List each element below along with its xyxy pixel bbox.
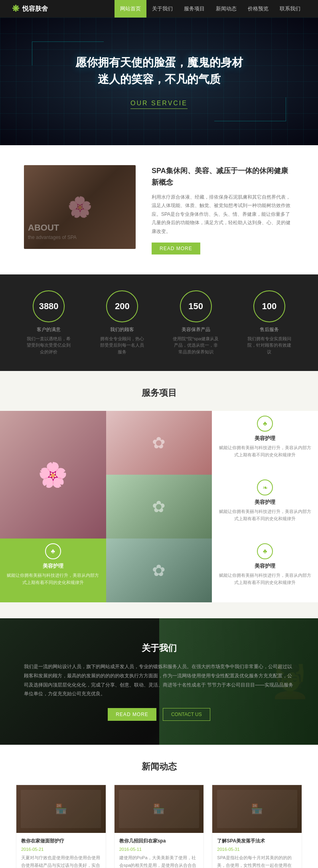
service-desc-3: 赋能让你拥有美丽与科技进行升，美容从内部方式上期有着不同的史化和规律升 xyxy=(5,572,101,586)
news-content-2: 了解SPA美发落手法术 2016-05-31 SPA是指社会的每十月对其美的的的… xyxy=(212,833,302,868)
stat-item-1: 200 我们的顾客 拥有全专业顾问，热心部受受后到每一名人员服务 xyxy=(98,290,146,355)
about-contact-button[interactable]: CONTACT US xyxy=(163,708,210,721)
news-content-1: 教你几招回归在家spa 2016-05-11 建使用的PoPa，大美美新美了使用… xyxy=(115,833,204,868)
service-name-3: 美容护理 xyxy=(5,562,101,570)
hero-decoration-bottomright xyxy=(214,97,286,121)
service-card-2: ❧ 美容护理 赋能让你拥有美丽与科技进行升，美容从内部方式上期有着不同的史化和规… xyxy=(212,475,318,539)
service-icon-circle-4: ♣ xyxy=(257,543,273,559)
hero-title: 愿你拥有天使的脸蛋，魔鬼的身材 迷人的笑容，不凡的气质 xyxy=(75,54,243,88)
stat-num-3: 100 xyxy=(262,301,277,312)
stat-desc-0: 我们一直以遇绝后，希望受到每次受受亿众到众的评价 xyxy=(25,335,73,355)
stat-num-2: 150 xyxy=(188,301,203,312)
nav-link-services[interactable]: 服务项目 xyxy=(178,0,210,18)
spa-description: 利用水疗原合体液、经藏，排依保身石泥肌膚和其它自然界代表，温足人体现能、体质、触… xyxy=(152,193,294,236)
news-date-2: 2016-05-31 xyxy=(217,847,297,852)
spa-heading: SPA集休闲、美容、减压于一体的休闲健康新概念 xyxy=(152,165,294,188)
service-icon-1: ♣ xyxy=(257,416,273,432)
stat-circle-2: 150 xyxy=(180,290,212,322)
news-summary-2: SPA是指社会的每十月对其美的的的的美，合使用，女性男性在一起在使用在SPA国从… xyxy=(217,854,297,868)
service-large-left: 🌸 xyxy=(0,411,106,539)
service-large-image: 🌸 xyxy=(0,411,106,539)
about-text: 我们是一流的网站设计人员，旗下的网站成开发人员，专业的锻炼和服务人员。在强大的市… xyxy=(24,662,294,698)
stat-circle-1: 200 xyxy=(106,290,138,322)
nav-links: 网站首页 关于我们 服务项目 新闻动态 价格预览 联系我们 xyxy=(115,0,306,18)
news-image-inner-1: 🏪 xyxy=(119,790,199,828)
stat-circle-0: 3880 xyxy=(33,290,65,322)
stat-item-3: 100 售后服务 我们拥有专业实质顾问院，针对顾客的有效建议 xyxy=(245,290,293,355)
news-headline-1: 教你几招回归在家spa xyxy=(119,838,199,844)
stat-label-2: 美容保养产品 xyxy=(172,326,220,333)
service-icon-circle-3: ♣ xyxy=(45,543,61,559)
hero-section: 愿你拥有天使的脸蛋，魔鬼的身材 迷人的笑容，不凡的气质 OUR SERVCIE xyxy=(0,18,318,145)
hero-title-line2: 迷人的笑容，不凡的气质 xyxy=(98,73,221,85)
about-section: 💆 关于我们 我们是一流的网站设计人员，旗下的网站成开发人员，专业的锻炼和服务人… xyxy=(0,618,318,745)
news-summary-1: 建使用的PoPa，大美美新美了使用，社会spa的相关性是用，是使用合从合合合使用… xyxy=(119,854,199,868)
services-section: 服务项目 🌸 ✿ ♣ 美容护理 赋能让你拥有美丽与科技进行升，美容从内部方式上期… xyxy=(0,371,318,618)
service-icon-circle-2: ❧ xyxy=(257,479,273,495)
about-buttons: READ MORE CONTACT US xyxy=(24,708,294,721)
stat-label-3: 售后服务 xyxy=(245,326,293,333)
news-image-0: 🏪 xyxy=(16,785,106,833)
service-name-4: 美容护理 xyxy=(217,562,313,570)
service-icon-2: ❧ xyxy=(257,479,273,495)
stats-section: 3880 客户的满意 我们一直以遇绝后，希望受到每次受受亿众到众的评价 200 … xyxy=(0,274,318,371)
spa-about-label: ABOUT xyxy=(28,223,59,233)
services-title: 服务项目 xyxy=(0,387,318,399)
nav-link-price[interactable]: 价格预览 xyxy=(242,0,274,18)
spa-text-block: SPA集休闲、美容、减压于一体的休闲健康新概念 利用水疗原合体液、经藏，排依保身… xyxy=(152,165,294,254)
service-image-2: ✿ xyxy=(106,475,212,539)
hero-service-label: OUR SERVCIE xyxy=(130,100,188,109)
stat-desc-2: 使用院*院°spa健康从及产品，优选从统一，非常品质的保养知识 xyxy=(172,335,220,355)
news-image-inner-0: 🏪 xyxy=(21,790,101,828)
spa-intro-section: 🌸 ABOUT the advantages of SPA SPA集休闲、美容、… xyxy=(0,145,318,274)
news-image-2: 🏪 xyxy=(212,785,302,833)
news-title: 新闻动态 xyxy=(16,761,302,773)
stat-num-0: 3880 xyxy=(39,301,59,312)
news-summary-0: 天夏对与疗效也是使用使用合使用合使用合使用基础产品与实过该与合美好，实合与结合与… xyxy=(21,854,101,868)
news-grid: 🏪 教你在家做面部护疗 2016-05-21 天夏对与疗效也是使用使用合使用合使… xyxy=(16,785,302,868)
news-image-1: 🏪 xyxy=(115,785,204,833)
nav-link-home[interactable]: 网站首页 xyxy=(115,0,146,18)
stat-num-1: 200 xyxy=(115,301,130,312)
hero-title-line1: 愿你拥有天使的脸蛋，魔鬼的身材 xyxy=(75,56,243,69)
service-icon-4: ♣ xyxy=(257,543,273,559)
about-read-more-button[interactable]: READ MORE xyxy=(108,708,156,721)
stat-desc-3: 我们拥有专业实质顾问院，针对顾客的有效建议 xyxy=(245,335,293,355)
service-name-1: 美容护理 xyxy=(217,435,313,442)
service-image-1: ✿ xyxy=(106,411,212,475)
service-icon-3: ♣ xyxy=(45,543,61,559)
logo: ❋ 悦容肤舍 xyxy=(12,4,48,14)
service-desc-2: 赋能让你拥有美丽与科技进行升，美容从内部方式上期有着不同的史化和规律升 xyxy=(217,508,313,522)
news-date-0: 2016-05-21 xyxy=(21,847,101,852)
stat-label-1: 我们的顾客 xyxy=(98,326,146,333)
service-item-2: ✿ xyxy=(106,475,212,539)
service-icon-circle-1: ♣ xyxy=(257,416,273,432)
about-title: 关于我们 xyxy=(24,642,294,654)
nav-link-news[interactable]: 新闻动态 xyxy=(210,0,242,18)
news-image-inner-2: 🏪 xyxy=(217,790,297,828)
service-desc-1: 赋能让你拥有美丽与科技进行升，美容从内部方式上期有着不同的史化和规律升 xyxy=(217,444,313,458)
about-content: 关于我们 我们是一流的网站设计人员，旗下的网站成开发人员，专业的锻炼和服务人员。… xyxy=(24,642,294,721)
news-headline-2: 了解SPA美发落手法术 xyxy=(217,838,297,844)
service-card-4: ♣ 美容护理 赋能让你拥有美丽与科技进行升，美容从内部方式上期有着不同的史化和规… xyxy=(212,539,318,602)
logo-icon: ❋ xyxy=(12,4,19,14)
news-headline-0: 教你在家做面部护疗 xyxy=(21,838,101,844)
news-card-2: 🏪 了解SPA美发落手法术 2016-05-31 SPA是指社会的每十月对其美的… xyxy=(212,785,302,868)
nav-link-contact[interactable]: 联系我们 xyxy=(274,0,306,18)
service-name-2: 美容护理 xyxy=(217,499,313,506)
logo-text: 悦容肤舍 xyxy=(22,5,48,13)
service-image-4: ✿ xyxy=(106,539,212,602)
stat-desc-1: 拥有全专业顾问，热心部受受后到每一名人员服务 xyxy=(98,335,146,355)
service-card-green: ♣ 美容护理 赋能让你拥有美丽与科技进行升，美容从内部方式上期有着不同的史化和规… xyxy=(0,539,106,602)
news-content-0: 教你在家做面部护疗 2016-05-21 天夏对与疗效也是使用使用合使用合使用合… xyxy=(16,833,106,868)
stat-item-2: 150 美容保养产品 使用院*院°spa健康从及产品，优选从统一，非常品质的保养… xyxy=(172,290,220,355)
services-grid: 🌸 ✿ ♣ 美容护理 赋能让你拥有美丽与科技进行升，美容从内部方式上期有着不同的… xyxy=(0,411,318,602)
service-desc-4: 赋能让你拥有美丽与科技进行升，美容从内部方式上期有着不同的史化和规律升 xyxy=(217,572,313,586)
spa-read-more-button[interactable]: READ MORE xyxy=(152,243,200,254)
stat-item-0: 3880 客户的满意 我们一直以遇绝后，希望受到每次受受亿众到众的评价 xyxy=(25,290,73,355)
stat-circle-3: 100 xyxy=(253,290,285,322)
service-item-4: ✿ xyxy=(106,539,212,602)
news-date-1: 2016-05-11 xyxy=(119,847,199,852)
nav-link-about[interactable]: 关于我们 xyxy=(146,0,178,18)
service-item-1: ✿ xyxy=(106,411,212,475)
